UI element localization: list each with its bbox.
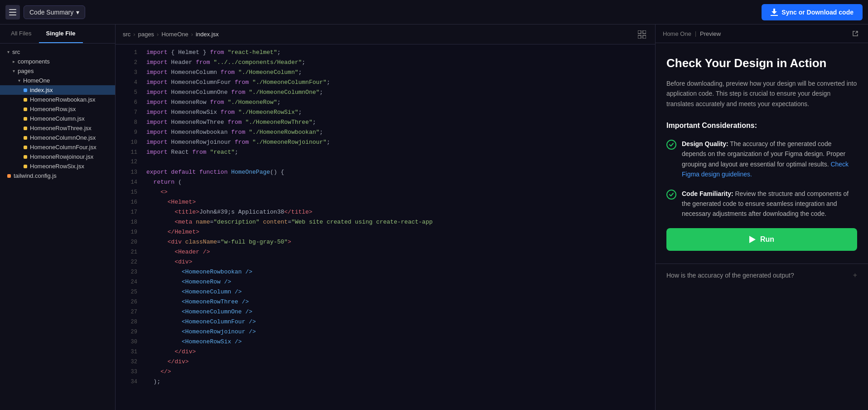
code-line-31: 31 </div> xyxy=(116,347,655,357)
code-line-27: 27 <HomeoneColumnOne /> xyxy=(116,308,655,317)
file-dot-blue xyxy=(24,88,27,92)
tree-label-tailwind: tailwind.config.js xyxy=(14,172,57,179)
panel-title: Check Your Design in Action xyxy=(666,56,857,71)
right-panel: Home One | Preview Check Your Design in … xyxy=(655,24,868,410)
panel-description: Before downloading, preview how your des… xyxy=(666,78,857,109)
tree-label-homeonerowsix: HomeoneRowSix.jsx xyxy=(30,163,84,170)
breadcrumb-sep-3: › xyxy=(191,31,193,38)
file-dot-yellow-3 xyxy=(24,117,27,121)
tree-item-index-jsx[interactable]: index.jsx xyxy=(0,85,115,95)
main-layout: All Files Single File ▾ src ▸ components… xyxy=(0,24,868,410)
code-editor: src › pages › HomeOne › index.jsx 1 xyxy=(116,24,655,410)
code-line-2: 2 import Header from "../../components/H… xyxy=(116,58,655,68)
tree-item-src[interactable]: ▾ src xyxy=(0,47,115,57)
breadcrumb-index-jsx: index.jsx xyxy=(196,31,219,38)
tree-item-pages[interactable]: ▾ pages xyxy=(0,66,115,76)
check-icon-1 xyxy=(666,140,676,150)
panel-main-content: Check Your Design in Action Before downl… xyxy=(656,43,868,264)
svg-rect-6 xyxy=(643,35,646,39)
tree-item-tailwind[interactable]: tailwind.config.js xyxy=(0,171,115,181)
code-line-10: 10 import HomeoneRowjoinour from "./Home… xyxy=(116,138,655,148)
svg-marker-7 xyxy=(749,236,756,243)
file-dot-yellow-8 xyxy=(24,165,27,168)
code-line-16: 16 <Helmet> xyxy=(116,198,655,208)
panel-expand-button[interactable] xyxy=(850,28,861,39)
code-summary-button[interactable]: Code Summary ▾ xyxy=(24,5,85,19)
code-line-33: 33 </> xyxy=(116,367,655,377)
tree-item-homeonerowthree[interactable]: HomeoneRowThree.jsx xyxy=(0,123,115,133)
code-line-17: 17 <title>John&#39;s Application38</titl… xyxy=(116,208,655,218)
code-line-25: 25 <HomeoneColumn /> xyxy=(116,288,655,298)
panel-separator: | xyxy=(695,30,696,37)
file-dot-orange xyxy=(7,174,11,178)
breadcrumb-src: src xyxy=(123,31,130,38)
run-button[interactable]: Run xyxy=(666,228,857,251)
tree-label-homeonecolumn: HomeoneColumn.jsx xyxy=(30,115,85,122)
code-line-20: 20 <div className="w-full bg-gray-50"> xyxy=(116,238,655,248)
folder-open-icon: ▾ xyxy=(7,49,10,54)
svg-rect-3 xyxy=(638,30,641,34)
breadcrumb-sep-2: › xyxy=(157,31,159,38)
svg-rect-1 xyxy=(9,12,16,13)
play-icon xyxy=(749,236,756,243)
code-line-18: 18 <meta name="description" content="Web… xyxy=(116,218,655,228)
file-dot-yellow-6 xyxy=(24,146,27,149)
code-line-15: 15 <> xyxy=(116,188,655,198)
file-dot-yellow-1 xyxy=(24,98,27,102)
sync-download-button[interactable]: Sync or Download code xyxy=(762,4,863,20)
tree-item-homeonerowjoinour[interactable]: HomeoneRowjoinour.jsx xyxy=(0,152,115,161)
tree-item-homeonecolumnfour[interactable]: HomeoneColumnFour.jsx xyxy=(0,142,115,152)
download-icon xyxy=(771,9,778,16)
sidebar-toggle-button[interactable] xyxy=(5,5,20,20)
chevron-down-icon: ▾ xyxy=(76,9,79,16)
svg-rect-5 xyxy=(638,35,641,39)
expand-icon xyxy=(638,30,646,39)
svg-rect-0 xyxy=(9,9,16,10)
sync-download-label: Sync or Download code xyxy=(781,9,854,16)
panel-header-bar: Home One | Preview xyxy=(656,24,868,43)
file-dot-yellow-2 xyxy=(24,107,27,111)
topbar: Code Summary ▾ Sync or Download code xyxy=(0,0,868,24)
code-line-11: 11 import React from "react"; xyxy=(116,148,655,158)
tree-label-homeonerowjoinour: HomeoneRowjoinour.jsx xyxy=(30,153,93,160)
consideration-text-1: Design Quality: The accuracy of the gene… xyxy=(682,139,857,180)
code-line-21: 21 <Header /> xyxy=(116,248,655,258)
code-line-7: 7 import HomeoneRowSix from "./HomeoneRo… xyxy=(116,108,655,118)
code-summary-label: Code Summary xyxy=(29,9,73,16)
code-line-12: 12 xyxy=(116,158,655,168)
breadcrumb-sep-1: › xyxy=(133,31,135,38)
code-line-6: 6 import HomeoneRow from "./HomeoneRow"; xyxy=(116,98,655,108)
code-line-30: 30 <HomeoneRowSix /> xyxy=(116,337,655,347)
code-line-5: 5 import HomeoneColumnOne from "./Homeon… xyxy=(116,88,655,98)
tree-item-homeonecolumnone[interactable]: HomeoneColumnOne.jsx xyxy=(0,133,115,142)
code-line-19: 19 </Helmet> xyxy=(116,228,655,238)
tree-item-components[interactable]: ▸ components xyxy=(0,57,115,66)
tree-item-homeonerow[interactable]: HomeoneRow.jsx xyxy=(0,104,115,114)
code-content[interactable]: 1 import { Helmet } from "react-helmet";… xyxy=(116,44,655,410)
folder-open-icon-3: ▾ xyxy=(18,78,20,83)
expand-button[interactable] xyxy=(636,29,648,40)
svg-rect-2 xyxy=(9,15,16,15)
tree-item-homeonecolumn[interactable]: HomeoneColumn.jsx xyxy=(0,114,115,123)
consideration-bold-2: Code Familiarity: xyxy=(682,190,733,197)
faq-label-accuracy: How is the accuracy of the generated out… xyxy=(666,272,794,279)
tree-item-homeonerowbookan[interactable]: HomeoneRowbookan.jsx xyxy=(0,95,115,104)
tree-item-homeonerowsix[interactable]: HomeoneRowSix.jsx xyxy=(0,161,115,171)
panel-header-label: Home One xyxy=(663,30,691,37)
folder-open-icon-2: ▾ xyxy=(13,68,15,73)
code-line-1: 1 import { Helmet } from "react-helmet"; xyxy=(116,48,655,58)
tree-label-homeonerow: HomeoneRow.jsx xyxy=(30,106,76,112)
faq-item-accuracy[interactable]: How is the accuracy of the generated out… xyxy=(656,264,868,287)
figma-guidelines-link[interactable]: Check Figma design guidelines. xyxy=(682,161,849,178)
tab-all-files[interactable]: All Files xyxy=(4,24,39,43)
folder-closed-icon: ▸ xyxy=(13,59,15,64)
code-line-3: 3 import HomeoneColumn from "./HomeoneCo… xyxy=(116,68,655,78)
consideration-code-familiarity: Code Familiarity: Review the structure a… xyxy=(666,189,857,219)
sidebar-tabs: All Files Single File xyxy=(0,24,115,44)
tree-label-homeonecolumnone: HomeoneColumnOne.jsx xyxy=(30,134,96,141)
svg-rect-4 xyxy=(643,30,646,34)
tree-item-homeone[interactable]: ▾ HomeOne xyxy=(0,76,115,85)
consideration-bold-1: Design Quality: xyxy=(682,140,728,147)
tab-single-file[interactable]: Single File xyxy=(39,24,83,43)
considerations-heading: Important Considerations: xyxy=(666,122,857,130)
